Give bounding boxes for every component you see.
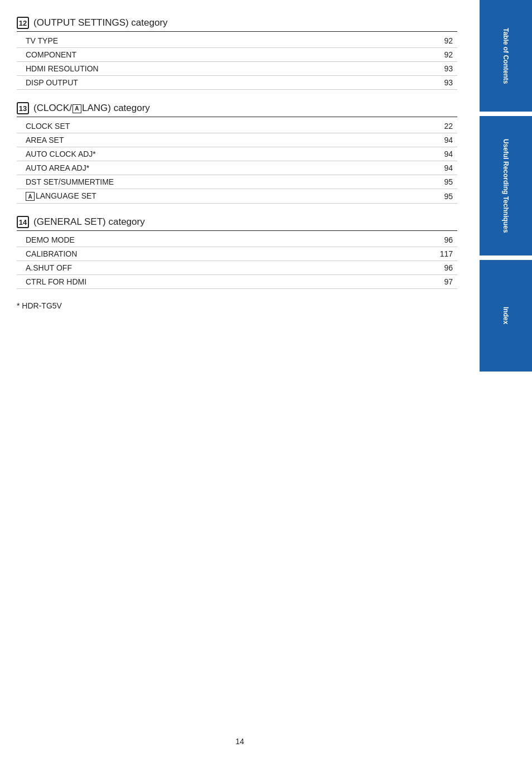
category-table-1: CLOCK SET22AREA SET94AUTO CLOCK ADJ*94AU… (17, 119, 457, 204)
sidebar-divider-1 (480, 112, 532, 114)
table-row: AUTO CLOCK ADJ*94 (17, 147, 457, 161)
item-name-0-3: DISP OUTPUT (17, 76, 424, 90)
table-row: TV TYPE92 (17, 34, 457, 48)
category-section-1: 13(CLOCK/ALANG) categoryCLOCK SET22AREA … (17, 102, 457, 204)
item-page-2-1: 117 (424, 247, 457, 261)
category-title-0: (OUTPUT SETTINGS) category (33, 17, 168, 28)
item-page-1-2: 94 (424, 147, 457, 161)
table-row: COMPONENT92 (17, 48, 457, 62)
item-name-2-1: CALIBRATION (17, 247, 424, 261)
item-name-1-0: CLOCK SET (17, 119, 424, 133)
footnote: * HDR-TG5V (17, 301, 457, 310)
table-row: ALANGUAGE SET95 (17, 189, 457, 204)
categories-container: 12(OUTPUT SETTINGS) categoryTV TYPE92COM… (17, 17, 457, 289)
item-name-2-2: A.SHUT OFF (17, 261, 424, 275)
item-name-0-0: TV TYPE (17, 34, 424, 48)
item-page-0-1: 92 (424, 48, 457, 62)
sidebar: Table of Contents Useful Recording Techn… (480, 0, 532, 757)
item-page-2-0: 96 (424, 233, 457, 247)
item-name-1-4: DST SET/SUMMERTIME (17, 175, 424, 189)
item-name-2-0: DEMO MODE (17, 233, 424, 247)
item-page-2-2: 96 (424, 261, 457, 275)
item-name-0-2: HDMI RESOLUTION (17, 62, 424, 76)
item-page-1-4: 95 (424, 175, 457, 189)
table-row: A.SHUT OFF96 (17, 261, 457, 275)
item-name-2-3: CTRL FOR HDMI (17, 275, 424, 289)
page-content: 12(OUTPUT SETTINGS) categoryTV TYPE92COM… (0, 0, 480, 757)
category-header-1: 13(CLOCK/ALANG) category (17, 102, 457, 117)
category-header-2: 14(GENERAL SET) category (17, 216, 457, 231)
toc-label: Table of Contents (502, 28, 510, 84)
item-page-1-3: 94 (424, 161, 457, 175)
item-name-1-1: AREA SET (17, 133, 424, 147)
table-row: HDMI RESOLUTION93 (17, 62, 457, 76)
sidebar-divider-2 (480, 255, 532, 258)
index-label: Index (502, 307, 510, 324)
page-footer: 14 (0, 737, 480, 746)
item-name-1-3: AUTO AREA ADJ* (17, 161, 424, 175)
sidebar-tab-index[interactable]: Index (480, 260, 532, 372)
item-page-0-0: 92 (424, 34, 457, 48)
item-page-0-2: 93 (424, 62, 457, 76)
category-table-0: TV TYPE92COMPONENT92HDMI RESOLUTION93DIS… (17, 34, 457, 90)
sidebar-tab-toc[interactable]: Table of Contents (480, 0, 532, 112)
table-row: DST SET/SUMMERTIME95 (17, 175, 457, 189)
category-number-2: 14 (17, 216, 29, 228)
item-page-1-0: 22 (424, 119, 457, 133)
sidebar-tab-recording[interactable]: Useful Recording Techniques (480, 116, 532, 255)
item-name-1-5: ALANGUAGE SET (17, 189, 424, 204)
item-page-1-5: 95 (424, 189, 457, 204)
category-section-2: 14(GENERAL SET) categoryDEMO MODE96CALIB… (17, 216, 457, 289)
item-name-1-2: AUTO CLOCK ADJ* (17, 147, 424, 161)
table-row: DISP OUTPUT93 (17, 76, 457, 90)
category-table-2: DEMO MODE96CALIBRATION117A.SHUT OFF96CTR… (17, 233, 457, 289)
category-number-0: 12 (17, 17, 29, 29)
table-row: AREA SET94 (17, 133, 457, 147)
category-header-0: 12(OUTPUT SETTINGS) category (17, 17, 457, 32)
item-page-0-3: 93 (424, 76, 457, 90)
recording-label: Useful Recording Techniques (502, 139, 510, 233)
item-page-2-3: 97 (424, 275, 457, 289)
item-name-0-1: COMPONENT (17, 48, 424, 62)
table-row: CTRL FOR HDMI97 (17, 275, 457, 289)
item-page-1-1: 94 (424, 133, 457, 147)
category-section-0: 12(OUTPUT SETTINGS) categoryTV TYPE92COM… (17, 17, 457, 90)
table-row: AUTO AREA ADJ*94 (17, 161, 457, 175)
table-row: CALIBRATION117 (17, 247, 457, 261)
page-number: 14 (235, 737, 244, 746)
table-row: CLOCK SET22 (17, 119, 457, 133)
table-row: DEMO MODE96 (17, 233, 457, 247)
category-title-1: (CLOCK/ALANG) category (33, 103, 150, 114)
category-number-1: 13 (17, 102, 29, 114)
category-title-2: (GENERAL SET) category (33, 216, 145, 228)
